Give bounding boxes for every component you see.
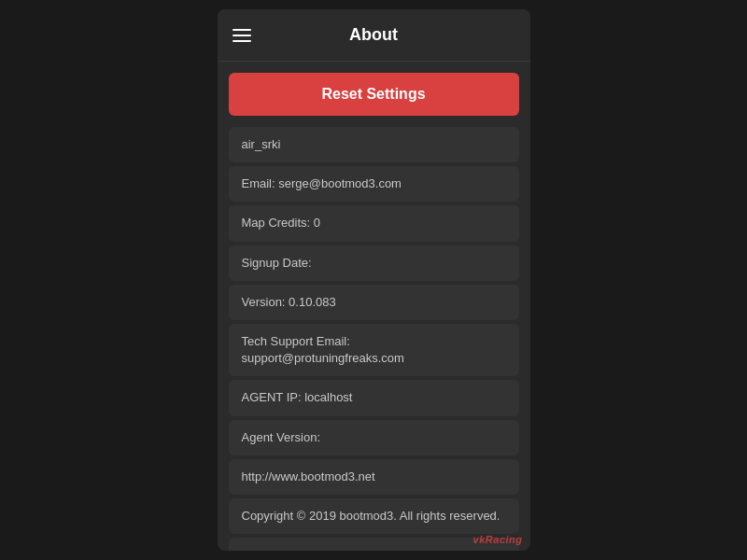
info-row-email: Email: serge@bootmod3.com <box>229 166 519 202</box>
reset-settings-button[interactable]: Reset Settings <box>229 73 519 116</box>
content-area: Reset Settings air_srki Email: serge@boo… <box>218 62 530 551</box>
header: About <box>218 9 530 62</box>
page-title: About <box>349 25 398 45</box>
info-row-signup-date: Signup Date: <box>229 245 519 281</box>
info-row-agent-version: Agent Version: <box>229 420 519 455</box>
info-row-copyright: Copyright © 2019 bootmod3. All rights re… <box>229 498 519 534</box>
info-row-agent-ip: AGENT IP: localhost <box>229 380 519 415</box>
phone-container: About Reset Settings air_srki Email: ser… <box>218 9 530 551</box>
info-row-website: http://www.bootmod3.net <box>229 459 519 495</box>
watermark: vkRacing <box>473 534 523 545</box>
info-row-username: air_srki <box>229 127 519 162</box>
info-row-map-credits: Map Credits: 0 <box>229 205 519 241</box>
info-row-tech-support: Tech Support Email: support@protuningfre… <box>229 324 519 376</box>
info-row-version: Version: 0.10.083 <box>229 285 519 320</box>
hamburger-menu-icon[interactable] <box>233 29 251 42</box>
